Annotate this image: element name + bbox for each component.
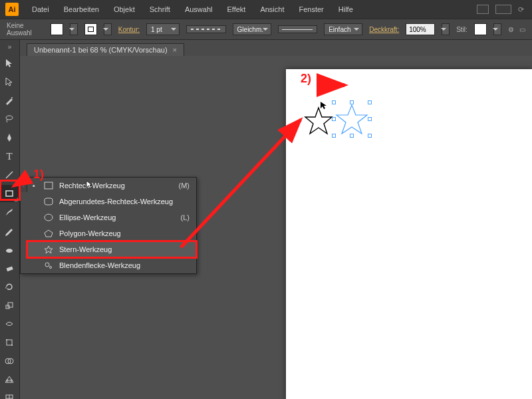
bbox-handle[interactable] bbox=[368, 134, 372, 138]
pencil-tool[interactable] bbox=[0, 222, 19, 239]
bbox-handle[interactable] bbox=[368, 117, 372, 121]
svg-point-0 bbox=[11, 97, 13, 98]
opacity-field[interactable]: 100% bbox=[406, 23, 435, 35]
menu-auswahl[interactable]: Auswahl bbox=[178, 3, 219, 16]
stroke-weight-value: 1 pt bbox=[151, 26, 162, 33]
svg-rect-16 bbox=[45, 182, 53, 189]
preferences-icon[interactable]: ⚙ bbox=[508, 26, 514, 33]
flyout-rechteck[interactable]: ▪ Rechteck-Werkzeug (M) bbox=[27, 178, 196, 194]
svg-marker-20 bbox=[45, 246, 53, 253]
flyout-item-label: Ellipse-Werkzeug bbox=[59, 213, 116, 221]
bbox-handle[interactable] bbox=[350, 134, 354, 138]
svg-point-18 bbox=[45, 214, 53, 221]
type-tool[interactable]: T bbox=[0, 148, 19, 165]
menu-bearbeiten[interactable]: Bearbeiten bbox=[57, 3, 106, 16]
document-setup-icon[interactable]: ▭ bbox=[519, 26, 525, 33]
svg-point-9 bbox=[6, 339, 7, 340]
style-label: Stil: bbox=[456, 26, 467, 33]
bbox-handle[interactable] bbox=[350, 100, 354, 104]
opacity-dropdown[interactable] bbox=[442, 23, 450, 35]
stroke-profile-dropdown[interactable]: Gleichm. bbox=[233, 23, 271, 35]
menu-fenster[interactable]: Fenster bbox=[292, 3, 330, 16]
annotation-1-label: 1) bbox=[33, 168, 44, 182]
annotation-tool-highlight bbox=[1, 182, 19, 199]
brush-preview[interactable] bbox=[278, 25, 318, 33]
shape-builder-tool[interactable] bbox=[0, 352, 19, 370]
stroke-weight-field[interactable]: 1 pt bbox=[146, 23, 180, 35]
document-tabs: Unbenannt-1 bei 68 % (CMYK/Vorschau) × bbox=[27, 41, 184, 56]
sync-icon[interactable]: ⟳ bbox=[518, 5, 524, 14]
menu-hilfe[interactable]: Hilfe bbox=[332, 3, 360, 16]
menu-schrift[interactable]: Schrift bbox=[143, 3, 177, 16]
mesh-tool[interactable] bbox=[0, 390, 19, 399]
active-tool-marker: ▪ bbox=[33, 182, 38, 190]
drawn-star-shape[interactable] bbox=[303, 106, 334, 136]
blob-brush-tool[interactable] bbox=[0, 241, 19, 258]
arrange-documents-icon[interactable] bbox=[495, 5, 511, 14]
brush-value: Einfach bbox=[329, 26, 350, 33]
artboard[interactable] bbox=[286, 69, 532, 399]
stroke-profile-value: Gleichm. bbox=[237, 26, 263, 33]
flyout-blendenflecke[interactable]: Blendenflecke-Werkzeug bbox=[27, 257, 196, 273]
flare-icon bbox=[43, 261, 54, 270]
svg-marker-15 bbox=[336, 105, 367, 134]
panel-collapse-toggle[interactable]: » bbox=[0, 40, 20, 53]
menu-effekt[interactable]: Effekt bbox=[220, 3, 252, 16]
magic-wand-tool[interactable] bbox=[0, 92, 19, 109]
fill-dropdown[interactable] bbox=[70, 23, 78, 35]
brush-dropdown[interactable]: Einfach bbox=[324, 23, 362, 35]
svg-point-4 bbox=[6, 249, 13, 253]
bbox-handle[interactable] bbox=[332, 117, 336, 121]
stroke-dropdown[interactable] bbox=[104, 23, 112, 35]
stroke-profile-preview[interactable] bbox=[186, 25, 226, 33]
flyout-item-shortcut: (L) bbox=[181, 213, 190, 221]
stroke-label-link[interactable]: Kontur: bbox=[118, 26, 140, 33]
flyout-item-label: Blendenflecke-Werkzeug bbox=[59, 261, 140, 269]
free-transform-tool[interactable] bbox=[0, 334, 19, 351]
menu-datei[interactable]: Datei bbox=[25, 3, 56, 16]
cursor-icon bbox=[86, 180, 94, 190]
perspective-grid-tool[interactable] bbox=[0, 371, 19, 388]
flyout-item-shortcut: (M) bbox=[179, 182, 190, 190]
selection-tool[interactable] bbox=[0, 55, 19, 72]
shape-tool-flyout: ⋮ ▪ Rechteck-Werkzeug (M) Abgerundetes-R… bbox=[20, 177, 197, 274]
close-tab-icon[interactable]: × bbox=[173, 46, 177, 54]
graphic-style-swatch[interactable] bbox=[474, 23, 487, 35]
paintbrush-tool[interactable] bbox=[0, 203, 19, 221]
lasso-tool[interactable] bbox=[0, 110, 19, 128]
svg-rect-8 bbox=[7, 340, 12, 345]
star-icon bbox=[43, 245, 54, 254]
stroke-swatch[interactable] bbox=[84, 23, 97, 35]
menu-objekt[interactable]: Objekt bbox=[107, 3, 142, 16]
flyout-stern[interactable]: Stern-Werkzeug bbox=[27, 241, 196, 257]
svg-line-2 bbox=[6, 172, 13, 178]
bbox-handle[interactable] bbox=[368, 100, 372, 104]
rotate-tool[interactable] bbox=[0, 278, 19, 295]
direct-selection-tool[interactable] bbox=[0, 73, 19, 90]
eraser-tool[interactable] bbox=[0, 259, 19, 277]
svg-point-21 bbox=[45, 263, 49, 267]
document-tab-title: Unbenannt-1 bei 68 % (CMYK/Vorschau) bbox=[34, 46, 168, 54]
bbox-handle[interactable] bbox=[332, 134, 336, 138]
fill-swatch[interactable] bbox=[51, 23, 63, 35]
scale-tool[interactable] bbox=[0, 297, 19, 314]
cursor-icon bbox=[319, 101, 329, 110]
pen-tool[interactable] bbox=[0, 129, 19, 146]
svg-rect-17 bbox=[45, 198, 53, 205]
tools-panel: T bbox=[0, 53, 20, 399]
tearoff-handle[interactable]: ⋮ bbox=[21, 178, 27, 192]
ellipse-icon bbox=[43, 213, 54, 222]
flyout-polygon[interactable]: Polygon-Werkzeug bbox=[27, 225, 196, 241]
graphic-style-dropdown[interactable] bbox=[493, 23, 501, 35]
bbox-handle[interactable] bbox=[332, 100, 336, 104]
selected-star-shape[interactable] bbox=[334, 102, 370, 136]
svg-marker-19 bbox=[45, 230, 53, 237]
workspace-switcher-icon[interactable] bbox=[477, 5, 489, 14]
menu-ansicht[interactable]: Ansicht bbox=[253, 3, 291, 16]
flyout-ellipse[interactable]: Ellipse-Werkzeug (L) bbox=[27, 209, 196, 225]
document-tab[interactable]: Unbenannt-1 bei 68 % (CMYK/Vorschau) × bbox=[27, 43, 184, 56]
opacity-label-link[interactable]: Deckkraft: bbox=[369, 26, 399, 33]
flyout-abgerundetes-rechteck[interactable]: Abgerundetes-Rechteck-Werkzeug bbox=[27, 194, 196, 209]
width-tool[interactable] bbox=[0, 315, 19, 332]
selection-status: Keine Auswahl bbox=[7, 22, 44, 37]
